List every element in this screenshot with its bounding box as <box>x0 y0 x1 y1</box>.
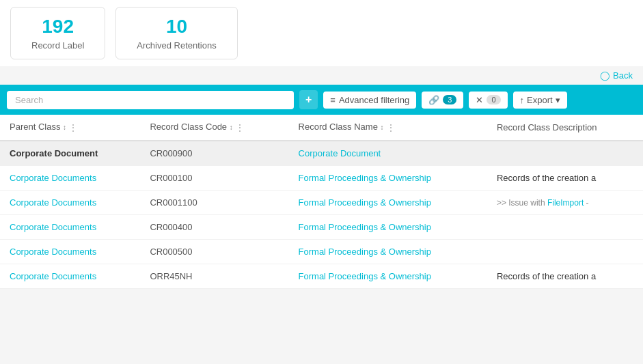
filter-count-badge: 3 <box>443 95 456 104</box>
advanced-filtering-label: Advanced filtering <box>339 95 409 105</box>
clear-icon: ✕ <box>476 95 483 105</box>
parent-class-cell: Corporate Document <box>0 141 140 166</box>
filter-icon: ≡ <box>330 95 336 105</box>
col-record-class-description: Record Class Description <box>487 115 643 141</box>
col-menu-record-name[interactable]: ⋮ <box>386 122 396 133</box>
back-link[interactable]: ◯ Back <box>600 70 633 81</box>
col-record-class-name: Record Class Name ↕ ⋮ <box>289 115 487 141</box>
stat-card-record-label: 192 Record Label <box>10 7 105 59</box>
description-cell <box>487 239 643 264</box>
advanced-filtering-button[interactable]: ≡ Advanced filtering <box>323 92 416 109</box>
description-cell: Records of the creation a <box>487 264 643 288</box>
col-record-class-code: Record Class Code ↕ ⋮ <box>140 115 288 141</box>
stats-bar: 192 Record Label 10 Archived Retentions <box>0 0 643 66</box>
add-button[interactable]: + <box>299 90 318 109</box>
parent-class-link[interactable]: Corporate Documents <box>10 271 96 281</box>
record-code-cell: CR000400 <box>140 214 288 239</box>
parent-class-link[interactable]: Corporate Documents <box>10 247 96 257</box>
record-code-cell: CR000900 <box>140 141 288 166</box>
stat-number-archived-retentions: 10 <box>137 16 216 38</box>
record-name-cell: Corporate Document <box>289 141 487 166</box>
table-row[interactable]: Corporate DocumentsCR000400Formal Procee… <box>0 214 643 239</box>
sort-icon-record-name[interactable]: ↕ <box>381 124 384 131</box>
record-name-cell: Formal Proceedings & Ownership <box>289 239 487 264</box>
parent-class-link[interactable]: Corporate Documents <box>10 222 96 232</box>
col-parent-class: Parent Class ↕ ⋮ <box>0 115 140 141</box>
table-row[interactable]: Corporate DocumentsCR000500Formal Procee… <box>0 239 643 264</box>
record-name-cell: Formal Proceedings & Ownership <box>289 190 487 214</box>
search-input[interactable] <box>7 91 294 109</box>
clear-count-badge: 0 <box>487 95 500 104</box>
parent-class-link[interactable]: Corporate Documents <box>10 197 96 208</box>
table-row[interactable]: Corporate DocumentsCR0001100Formal Proce… <box>0 190 643 214</box>
table-row[interactable]: Corporate DocumentsORR45NHFormal Proceed… <box>0 264 643 288</box>
parent-class-cell: Corporate Documents <box>0 165 140 190</box>
table-header-row: Parent Class ↕ ⋮ Record Class Code ↕ ⋮ R… <box>0 115 643 141</box>
record-name-link[interactable]: Formal Proceedings & Ownership <box>299 173 431 183</box>
records-table: Parent Class ↕ ⋮ Record Class Code ↕ ⋮ R… <box>0 115 643 289</box>
parent-class-cell: Corporate Documents <box>0 214 140 239</box>
stat-number-record-label: 192 <box>31 16 84 38</box>
parent-class-cell: Corporate Documents <box>0 239 140 264</box>
record-name-cell: Formal Proceedings & Ownership <box>289 165 487 190</box>
description-cell: >> Issue with FileImport - <box>487 190 643 214</box>
stat-label-record-label: Record Label <box>31 40 84 51</box>
export-arrow-icon: ▾ <box>556 95 560 105</box>
export-button[interactable]: ↑ Export ▾ <box>513 92 567 109</box>
table-row[interactable]: Corporate DocumentsCR000100Formal Procee… <box>0 165 643 190</box>
plus-icon: + <box>305 94 312 106</box>
back-label: Back <box>613 70 633 81</box>
stat-label-archived-retentions: Archived Retentions <box>137 40 216 51</box>
record-name-cell: Formal Proceedings & Ownership <box>289 264 487 288</box>
back-bar: ◯ Back <box>0 66 643 85</box>
toolbar: + ≡ Advanced filtering 🔗 3 ✕ 0 ↑ Export … <box>0 85 643 115</box>
record-code-cell: CR000100 <box>140 165 288 190</box>
clear-button[interactable]: ✕ 0 <box>469 92 507 109</box>
filter-count-button[interactable]: 🔗 3 <box>422 92 463 109</box>
table-container: Parent Class ↕ ⋮ Record Class Code ↕ ⋮ R… <box>0 115 643 289</box>
col-menu-parent-class[interactable]: ⋮ <box>68 122 78 133</box>
filter-link-icon: 🔗 <box>428 95 439 105</box>
record-code-cell: CR0001100 <box>140 190 288 214</box>
back-circle-icon: ◯ <box>600 70 610 81</box>
record-name-link[interactable]: Formal Proceedings & Ownership <box>299 247 431 257</box>
record-name-link[interactable]: Formal Proceedings & Ownership <box>299 271 431 281</box>
record-name-cell: Formal Proceedings & Ownership <box>289 214 487 239</box>
description-cell <box>487 141 643 166</box>
parent-class-link[interactable]: Corporate Documents <box>10 173 96 183</box>
col-menu-record-code[interactable]: ⋮ <box>235 122 245 133</box>
record-name-link[interactable]: Formal Proceedings & Ownership <box>299 197 431 208</box>
record-name-link[interactable]: Corporate Document <box>299 148 381 158</box>
description-cell <box>487 214 643 239</box>
record-name-link[interactable]: Formal Proceedings & Ownership <box>299 222 431 232</box>
description-cell: Records of the creation a <box>487 165 643 190</box>
parent-class-cell: Corporate Documents <box>0 190 140 214</box>
record-code-cell: ORR45NH <box>140 264 288 288</box>
table-row[interactable]: Corporate DocumentCR000900Corporate Docu… <box>0 141 643 166</box>
parent-class-cell: Corporate Documents <box>0 264 140 288</box>
sort-icon-record-code[interactable]: ↕ <box>230 124 233 131</box>
stat-card-archived-retentions: 10 Archived Retentions <box>115 7 237 59</box>
record-code-cell: CR000500 <box>140 239 288 264</box>
export-icon: ↑ <box>520 95 525 105</box>
export-label: Export <box>527 95 553 105</box>
sort-icon-parent-class[interactable]: ↕ <box>63 124 66 131</box>
